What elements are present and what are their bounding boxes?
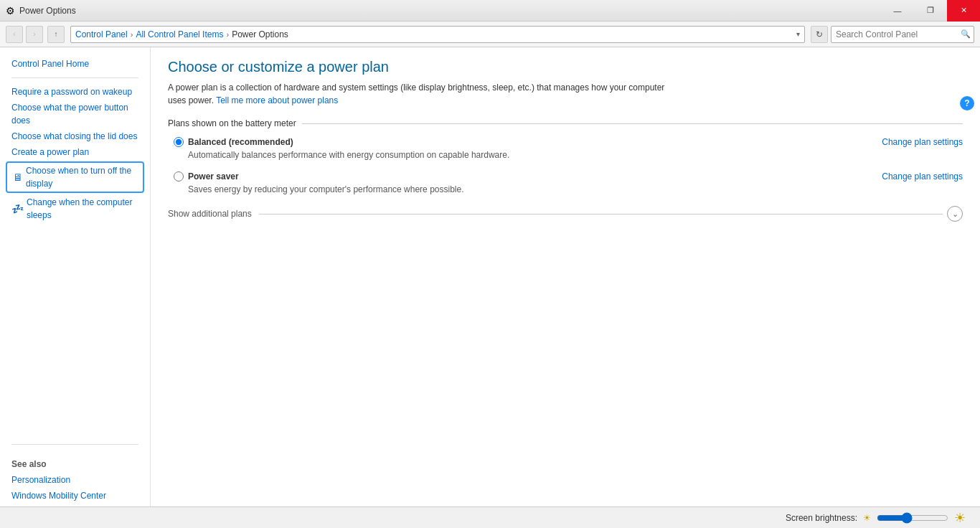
up-button[interactable]: ↑: [47, 26, 65, 43]
sleep-icon: 💤: [11, 202, 24, 217]
plans-divider: [302, 123, 963, 124]
show-additional-line: [259, 214, 943, 214]
display-icon: 🖥: [13, 170, 23, 185]
sidebar: Control Panel Home Require a password on…: [0, 47, 151, 506]
plan-desc-balanced: Automatically balances performance with …: [188, 150, 963, 160]
sidebar-divider-1: [11, 77, 138, 78]
sidebar-link-turn-off-display[interactable]: 🖥 Choose when to turn off the display: [6, 161, 144, 193]
content-area: Choose or customize a power plan A power…: [151, 47, 980, 506]
plan-name-power-saver: Power saver: [188, 171, 239, 182]
refresh-button[interactable]: ↻: [811, 26, 828, 43]
sidebar-link-power-button[interactable]: Choose what the power button does: [0, 100, 150, 128]
sidebar-link-password[interactable]: Require a password on wakeup: [0, 84, 150, 100]
back-button[interactable]: ‹: [6, 26, 23, 43]
see-also-title: See also: [0, 451, 150, 472]
learn-more-link[interactable]: Tell me more about power plans: [216, 95, 338, 105]
plan-desc-power-saver: Saves energy by reducing your computer's…: [188, 184, 963, 194]
close-button[interactable]: ✕: [947, 0, 980, 22]
search-bar: 🔍: [831, 26, 974, 43]
plan-item-balanced: Balanced (recommended) Change plan setti…: [168, 137, 963, 160]
plan-change-link-balanced[interactable]: Change plan settings: [882, 137, 963, 147]
plan-item-power-saver: Power saver Change plan settings Saves e…: [168, 171, 963, 194]
help-icon[interactable]: ?: [960, 96, 974, 110]
sidebar-see-also-personalization[interactable]: Personalization: [0, 472, 150, 488]
breadcrumb-sep-2: ›: [226, 30, 229, 39]
content-description: A power plan is a collection of hardware…: [168, 81, 670, 107]
forward-button[interactable]: ›: [26, 26, 43, 43]
plan-header-power-saver: Power saver Change plan settings: [174, 171, 963, 182]
plan-header-balanced: Balanced (recommended) Change plan setti…: [174, 137, 963, 147]
sidebar-see-also-mobility[interactable]: Windows Mobility Center: [0, 488, 150, 504]
breadcrumb-control-panel[interactable]: Control Panel: [75, 29, 128, 39]
sidebar-control-panel-home[interactable]: Control Panel Home: [0, 56, 150, 72]
breadcrumb-current: Power Options: [232, 29, 288, 39]
sidebar-link-display-text: Choose when to turn off the display: [26, 164, 137, 190]
restore-button[interactable]: ❐: [914, 0, 947, 22]
search-icon-button[interactable]: 🔍: [958, 27, 974, 42]
breadcrumb-all-items[interactable]: All Control Panel Items: [136, 29, 223, 39]
plan-radio-balanced[interactable]: [174, 137, 184, 147]
show-additional-section: Show additional plans ⌄: [168, 206, 963, 222]
sidebar-link-sleep-text: Change when the computer sleeps: [27, 196, 138, 222]
plan-change-link-power-saver[interactable]: Change plan settings: [882, 171, 963, 182]
window-icon: ⚙: [6, 5, 15, 16]
plans-section-header: Plans shown on the battery meter: [168, 118, 963, 128]
plan-radio-power-saver[interactable]: [174, 171, 184, 182]
window-title: Power Options: [19, 6, 76, 16]
plan-label-balanced[interactable]: Balanced (recommended): [174, 137, 293, 147]
breadcrumb-bar: Control Panel › All Control Panel Items …: [70, 26, 805, 43]
minimize-button[interactable]: —: [881, 0, 914, 22]
sidebar-link-sleep[interactable]: 💤 Change when the computer sleeps: [0, 194, 150, 223]
title-bar-buttons: — ❐ ✕: [881, 0, 980, 22]
plan-name-balanced: Balanced (recommended): [188, 137, 293, 147]
main-layout: Control Panel Home Require a password on…: [0, 47, 980, 506]
plan-label-power-saver[interactable]: Power saver: [174, 171, 239, 182]
breadcrumb-dropdown-arrow[interactable]: ▾: [796, 30, 800, 38]
title-bar: ⚙ Power Options — ❐ ✕: [0, 0, 980, 22]
page-title: Choose or customize a power plan: [168, 59, 963, 75]
sidebar-divider-2: [11, 444, 138, 445]
show-additional-button[interactable]: ⌄: [947, 206, 963, 222]
breadcrumb-sep-1: ›: [131, 30, 133, 39]
sidebar-link-create-plan[interactable]: Create a power plan: [0, 144, 150, 160]
nav-bar: ‹ › ↑ Control Panel › All Control Panel …: [0, 22, 980, 47]
title-bar-left: ⚙ Power Options: [6, 5, 76, 16]
sidebar-link-closing-lid[interactable]: Choose what closing the lid does: [0, 128, 150, 144]
search-input[interactable]: [831, 29, 958, 39]
plans-section-label: Plans shown on the battery meter: [168, 118, 296, 128]
show-additional-label: Show additional plans: [168, 209, 252, 219]
